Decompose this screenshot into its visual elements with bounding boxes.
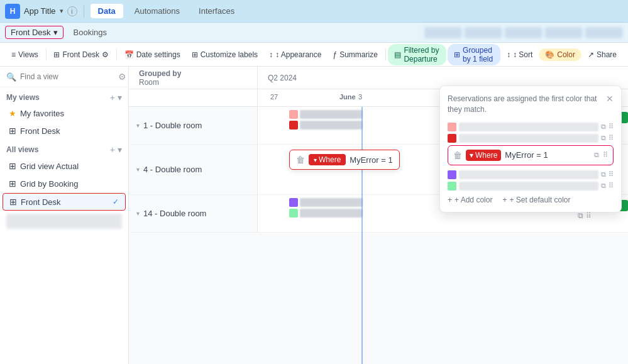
tab-bookings[interactable]: Bookings bbox=[67, 26, 113, 38]
color-row-3b bbox=[289, 209, 363, 218]
sidebar-item-favorites[interactable]: ★ My favorites bbox=[3, 106, 126, 121]
color-button[interactable]: 🎨 Color bbox=[539, 48, 581, 61]
panel-swatch-light-green bbox=[448, 182, 456, 190]
color-panel-footer: + + Add color + + Set default color bbox=[448, 196, 614, 204]
views-label: Views bbox=[18, 50, 38, 59]
summarize-label: Summarize bbox=[339, 50, 378, 59]
expand-all-views-button[interactable]: ▾ bbox=[118, 145, 122, 155]
blurred-sidebar-item bbox=[6, 214, 122, 229]
add-all-view-button[interactable]: + bbox=[110, 145, 115, 155]
grid-icon-4: ⊞ bbox=[9, 197, 17, 207]
panel-swatch-red bbox=[448, 134, 456, 143]
add-color-label: + Add color bbox=[454, 196, 492, 204]
set-default-color-button[interactable]: + + Set default color bbox=[502, 196, 570, 204]
panel-copy-1[interactable]: ⧉ bbox=[601, 123, 606, 131]
bar-blurred-3b bbox=[300, 209, 363, 218]
swatch-row-panel-1: ⧉ ⠿ bbox=[448, 123, 614, 131]
view-dropdown[interactable]: Front Desk ▾ bbox=[5, 26, 63, 39]
panel-drag-3[interactable]: ⠿ bbox=[609, 170, 614, 179]
chevron-icon-2[interactable]: ▾ bbox=[136, 166, 140, 173]
grid-icon-3: ⊞ bbox=[9, 179, 16, 189]
group-icon: ⊞ bbox=[454, 50, 460, 59]
sidebar-item-grid-actual[interactable]: ⊞ Grid view Actual bbox=[3, 158, 126, 174]
panel-copy-rule[interactable]: ⧉ bbox=[594, 151, 599, 159]
panel-swatch-purple bbox=[448, 170, 456, 179]
date-label-cell bbox=[129, 89, 258, 106]
check-icon: ✓ bbox=[113, 197, 119, 206]
chevron-icon-3[interactable]: ▾ bbox=[136, 210, 140, 217]
main: 🔍 ⚙ My views + ▾ ★ My favorites ⊞ Front … bbox=[0, 67, 628, 364]
tab-automations[interactable]: Automations bbox=[127, 4, 187, 18]
search-input[interactable] bbox=[20, 72, 114, 81]
filter-icon: ▤ bbox=[394, 50, 401, 59]
copy-icon-7[interactable]: ⧉ bbox=[578, 211, 583, 220]
tab-interfaces[interactable]: Interfaces bbox=[191, 4, 242, 18]
front-desk-all-label: Front Desk bbox=[21, 197, 109, 207]
summarize-button[interactable]: ƒ Summarize bbox=[328, 48, 382, 62]
customize-labels-label: Customize labels bbox=[201, 50, 258, 59]
grouped-by-field-button[interactable]: ⊞ Grouped by 1 field bbox=[448, 44, 500, 65]
panel-copy-3[interactable]: ⧉ bbox=[601, 170, 606, 179]
group-label-1: ▾ 1 - Double room bbox=[129, 107, 258, 144]
trash-icon[interactable]: 🗑 bbox=[296, 155, 305, 165]
today-marker bbox=[361, 89, 363, 364]
row-actions-7[interactable]: ⧉ ⠿ bbox=[578, 211, 592, 220]
swatch-row-panel-3: ⧉ ⠿ bbox=[448, 170, 614, 179]
appearance-button[interactable]: ↕ ↕ Appearance bbox=[264, 48, 326, 62]
trash-icon-rule[interactable]: 🗑 bbox=[453, 150, 462, 160]
share-button[interactable]: ↗ Share bbox=[583, 48, 622, 62]
add-color-button[interactable]: + + Add color bbox=[448, 196, 492, 204]
add-view-button[interactable]: + bbox=[110, 92, 115, 102]
content-area: Grouped by Room Q2 2024 27 June 3 24 bbox=[129, 67, 628, 364]
set-default-color-label: + Set default color bbox=[509, 196, 570, 204]
tab-data[interactable]: Data bbox=[91, 4, 123, 18]
sidebar-item-front-desk[interactable]: ⊞ Front Desk ✓ bbox=[3, 193, 126, 211]
panel-copy-2[interactable]: ⧉ bbox=[601, 134, 606, 142]
filtered-by-departure-button[interactable]: ▤ Filtered by Departure bbox=[388, 44, 446, 65]
panel-drag-4[interactable]: ⠿ bbox=[609, 182, 614, 190]
group-label-2: ▾ 4 - Double room bbox=[129, 145, 258, 194]
color-rule-popup: 🗑 ▾ Where MyError = 1 bbox=[289, 150, 400, 170]
gear-icon[interactable]: ⚙ bbox=[118, 72, 126, 82]
group-by-label: Grouped by Room bbox=[139, 69, 181, 87]
app-dropdown[interactable]: ▾ bbox=[60, 7, 63, 15]
date-settings-label: Date settings bbox=[136, 50, 180, 59]
panel-copy-4[interactable]: ⧉ bbox=[601, 182, 606, 190]
sort-button[interactable]: ↕ ↕ Sort bbox=[502, 48, 537, 62]
drag-icon-7[interactable]: ⠿ bbox=[586, 211, 592, 220]
front-desk-button[interactable]: ⊞ Front Desk ⚙ bbox=[48, 48, 114, 62]
customize-labels-button[interactable]: ⊞ Customize labels bbox=[187, 48, 263, 62]
all-views-section-header: All views + ▾ bbox=[0, 140, 128, 157]
color-swatches-3 bbox=[289, 198, 363, 218]
grouped-by-field-label: Grouped by 1 field bbox=[463, 46, 494, 63]
date-settings-button[interactable]: 📅 Date settings bbox=[119, 48, 185, 62]
date-tick-3: 3 bbox=[358, 93, 362, 101]
appearance-label: ↕ Appearance bbox=[275, 50, 321, 59]
panel-drag-2[interactable]: ⠿ bbox=[609, 134, 614, 142]
group-header-cell: Grouped by Room bbox=[129, 67, 258, 89]
quarter-cell: Q2 2024 bbox=[258, 74, 628, 82]
color-panel: Reservations are assigned the first colo… bbox=[439, 85, 622, 212]
sidebar-item-front-desk-my[interactable]: ⊞ Front Desk bbox=[3, 123, 126, 139]
rule-badge[interactable]: ▾ Where bbox=[466, 150, 501, 161]
summarize-icon: ƒ bbox=[333, 50, 337, 59]
all-views-actions: + ▾ bbox=[110, 145, 122, 155]
swatch-purple bbox=[289, 198, 298, 207]
views-button[interactable]: ≡ Views bbox=[6, 48, 43, 62]
front-desk-settings-icon[interactable]: ⚙ bbox=[102, 50, 109, 59]
color-rule-row: 🗑 ▾ Where MyError = 1 ⧉ ⠿ bbox=[448, 145, 614, 165]
expand-views-button[interactable]: ▾ bbox=[118, 92, 122, 102]
group-label-3: ▾ 14 - Double room bbox=[129, 195, 258, 232]
sort-icon: ↕ bbox=[507, 50, 510, 59]
panel-drag-rule[interactable]: ⠿ bbox=[603, 151, 608, 159]
rule-badge[interactable]: ▾ Where bbox=[309, 154, 346, 165]
bar-blurred-1 bbox=[300, 110, 363, 119]
sidebar-item-grid-booking[interactable]: ⊞ Grid by Booking bbox=[3, 175, 126, 192]
close-icon[interactable]: ✕ bbox=[606, 94, 614, 104]
color-row-3a bbox=[289, 198, 363, 207]
panel-drag-1[interactable]: ⠿ bbox=[609, 123, 614, 131]
group-name-1: 1 - Double room bbox=[143, 121, 202, 130]
app-info[interactable]: i bbox=[67, 6, 77, 16]
chevron-icon-1[interactable]: ▾ bbox=[136, 122, 140, 129]
views-icon: ≡ bbox=[11, 50, 16, 59]
